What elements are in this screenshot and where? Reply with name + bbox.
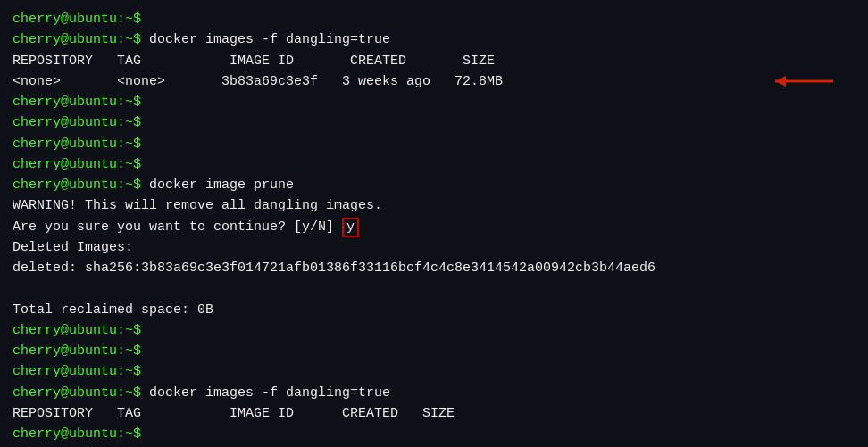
prompt-18: cherry@ubuntu:~$: [13, 361, 141, 382]
arrow-icon: [766, 69, 838, 94]
deleted-header: Deleted Images:: [13, 237, 855, 258]
prompt-2: cherry@ubuntu:~$: [13, 29, 141, 50]
svg-marker-1: [775, 76, 786, 87]
blank-line: [13, 278, 855, 299]
line-16: cherry@ubuntu:~$: [13, 320, 855, 341]
deleted-hash: deleted: sha256:3b83a69c3e3f014721afb013…: [13, 261, 655, 276]
line-17: cherry@ubuntu:~$: [13, 341, 855, 361]
prompt-5: cherry@ubuntu:~$: [13, 92, 141, 112]
deleted-sha: deleted: sha256:3b83a69c3e3f014721afb013…: [13, 258, 855, 278]
terminal-window: cherry@ubuntu:~$ cherry@ubuntu:~$ docker…: [0, 0, 868, 447]
row-none: <none> <none> 3b83a69c3e3f 3 weeks ago 7…: [13, 71, 503, 92]
prompt-1: cherry@ubuntu:~$: [13, 9, 141, 29]
confirm-text: Are you sure you want to continue? [y/N]: [13, 219, 342, 235]
deleted-label: Deleted Images:: [13, 240, 133, 255]
reclaimed-line: Total reclaimed space: 0B: [13, 300, 855, 320]
cmd-docker-images: docker images -f dangling=true: [141, 29, 390, 50]
prompt-9: cherry@ubuntu:~$: [13, 175, 141, 195]
prompt-16: cherry@ubuntu:~$: [13, 320, 141, 341]
warning-line: WARNING! This will remove all dangling i…: [13, 195, 855, 216]
cmd-docker-images-2: docker images -f dangling=true: [141, 383, 390, 403]
line-5: cherry@ubuntu:~$: [13, 92, 855, 112]
table-header-2: REPOSITORY TAG IMAGE ID CREATED SIZE: [13, 403, 855, 424]
prompt-19: cherry@ubuntu:~$: [13, 383, 141, 403]
y-input: y: [342, 218, 359, 237]
col-repo: REPOSITORY TAG IMAGE ID CREATED SIZE: [13, 54, 495, 69]
line-8: cherry@ubuntu:~$: [13, 154, 855, 175]
prompt-6: cherry@ubuntu:~$: [13, 112, 141, 133]
cmd-prune: docker image prune: [141, 175, 294, 195]
line-9: cherry@ubuntu:~$ docker image prune: [13, 175, 855, 195]
col-header-2: REPOSITORY TAG IMAGE ID CREATED SIZE: [13, 406, 455, 421]
reclaimed-text: Total reclaimed space: 0B: [13, 302, 213, 318]
table-header: REPOSITORY TAG IMAGE ID CREATED SIZE: [13, 51, 855, 71]
prompt-17: cherry@ubuntu:~$: [13, 341, 141, 361]
line-2: cherry@ubuntu:~$ docker images -f dangli…: [13, 29, 855, 50]
line-1: cherry@ubuntu:~$: [13, 9, 855, 29]
line-18: cherry@ubuntu:~$: [13, 361, 855, 382]
prompt-7: cherry@ubuntu:~$: [13, 134, 141, 154]
prompt-21: cherry@ubuntu:~$: [13, 424, 141, 444]
table-row-none: <none> <none> 3b83a69c3e3f 3 weeks ago 7…: [13, 71, 855, 92]
line-21: cherry@ubuntu:~$: [13, 424, 855, 444]
line-6: cherry@ubuntu:~$: [13, 112, 855, 133]
line-7: cherry@ubuntu:~$: [13, 134, 855, 154]
warning-text: WARNING! This will remove all dangling i…: [13, 198, 382, 213]
prompt-8: cherry@ubuntu:~$: [13, 154, 141, 175]
confirm-line: Are you sure you want to continue? [y/N]…: [13, 217, 855, 237]
line-19: cherry@ubuntu:~$ docker images -f dangli…: [13, 383, 855, 403]
